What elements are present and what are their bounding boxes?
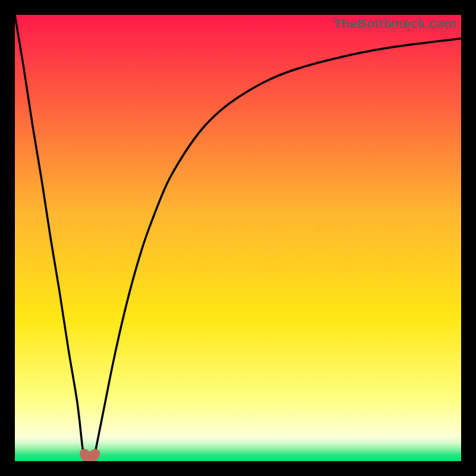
chart-frame: TheBottleneck.com — [15, 15, 461, 461]
watermark-text: TheBottleneck.com — [334, 16, 456, 32]
optimum-marker — [15, 15, 461, 461]
plot-area: TheBottleneck.com — [15, 15, 461, 461]
heart-icon — [80, 449, 100, 461]
